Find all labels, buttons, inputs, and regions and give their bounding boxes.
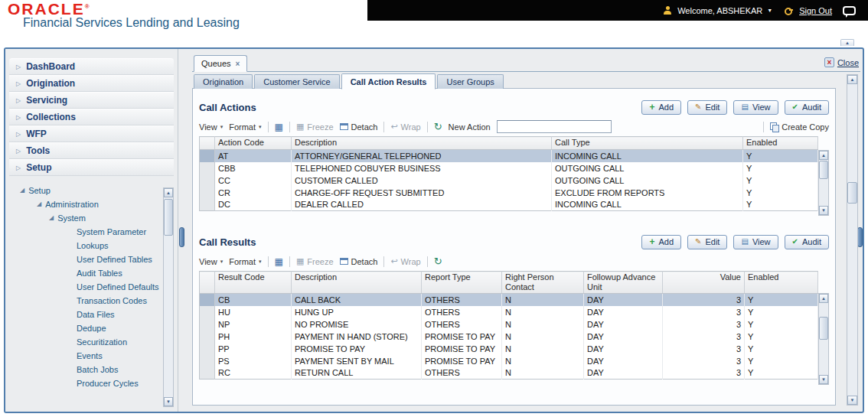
- scroll-down-button[interactable]: ▼: [819, 375, 828, 384]
- row-selector-cell[interactable]: [200, 162, 215, 174]
- freeze-button[interactable]: ▦Freeze: [296, 122, 334, 132]
- table-row-ps[interactable]: PSPAYMENT SENT BY MAILPROMISE TO PAYNDAY…: [200, 355, 818, 367]
- row-selector-cell[interactable]: [200, 150, 215, 162]
- scrollbar-thumb[interactable]: [164, 199, 173, 236]
- row-selector-cell[interactable]: [200, 331, 215, 343]
- call-results-scrollbar[interactable]: ▲ ▼: [818, 293, 829, 385]
- detach-button[interactable]: Detach: [340, 257, 378, 266]
- scrollbar-track[interactable]: [819, 160, 828, 206]
- table-row-ph[interactable]: PHPAYMENT IN HAND (STORE)PROMISE TO PAYN…: [200, 331, 818, 343]
- scroll-down-button[interactable]: ▼: [164, 397, 173, 406]
- scroll-up-button[interactable]: ▲: [164, 188, 173, 197]
- column-header-action-code[interactable]: Action Code: [215, 137, 292, 150]
- scroll-up-button[interactable]: ▲: [819, 294, 828, 303]
- scrollbar-thumb[interactable]: [819, 161, 828, 179]
- tab-call-action-results[interactable]: Call Action Results: [341, 73, 436, 90]
- table-row-cb[interactable]: CBCALL BACKOTHERSNDAY3Y: [200, 294, 818, 306]
- wrap-button[interactable]: ↩Wrap: [390, 256, 420, 266]
- welcome-caret-icon[interactable]: ▼: [767, 8, 772, 13]
- row-selector-cell[interactable]: [200, 367, 215, 380]
- tree-node-administration[interactable]: ◢Administration: [9, 197, 174, 211]
- call-actions-scrollbar[interactable]: ▲ ▼: [818, 150, 829, 216]
- sidebar-item-wfp[interactable]: ▷WFP: [9, 125, 174, 142]
- scrollbar-track[interactable]: [847, 84, 857, 396]
- close-control[interactable]: × Close: [824, 57, 859, 67]
- row-selector-cell[interactable]: [200, 318, 215, 331]
- tree-node-lookups[interactable]: Lookups: [9, 239, 174, 252]
- edit-button[interactable]: ✎Edit: [687, 235, 727, 249]
- tree-scrollbar[interactable]: ▲ ▼: [163, 187, 174, 407]
- tree-node-setup[interactable]: ◢Setup: [9, 184, 174, 197]
- scroll-down-button[interactable]: ▼: [847, 396, 857, 405]
- welcome-menu[interactable]: Welcome, ABSHEKAR: [677, 6, 762, 15]
- column-header-report-type[interactable]: Report Type: [422, 272, 502, 294]
- tree-node-system[interactable]: ◢System: [9, 211, 174, 225]
- tree-node-events[interactable]: Events: [9, 349, 174, 363]
- close-icon[interactable]: ×: [824, 57, 834, 67]
- tab-close-icon[interactable]: ×: [236, 60, 240, 68]
- detach-button[interactable]: Detach: [340, 122, 378, 132]
- table-row-cc[interactable]: CCCUSTOMER CALLEDOUTGOING CALLY: [200, 174, 818, 187]
- view-button[interactable]: ▤View: [733, 100, 778, 115]
- sidebar-item-collections[interactable]: ▷Collections: [9, 109, 174, 125]
- sidebar-item-tools[interactable]: ▷Tools: [9, 142, 174, 159]
- wrap-button[interactable]: ↩Wrap: [390, 122, 420, 132]
- tree-node-user-defined-tables[interactable]: User Defined Tables: [9, 252, 174, 266]
- row-selector-cell[interactable]: [200, 187, 215, 199]
- tree-node-producer-cycles[interactable]: Producer Cycles: [9, 376, 174, 390]
- scroll-up-button[interactable]: ▲: [819, 151, 828, 160]
- view-menu[interactable]: View▾: [199, 257, 223, 266]
- tree-node-transaction-codes[interactable]: Transaction Codes: [9, 294, 174, 308]
- tab-customer-service[interactable]: Customer Service: [254, 74, 339, 89]
- table-row-pp[interactable]: PPPROMISE TO PAYPROMISE TO PAYNDAY3Y: [200, 343, 818, 355]
- tree-node-securitization[interactable]: Securitization: [9, 335, 174, 349]
- table-row-cr[interactable]: CRCHARGE-OFF REQUEST SUBMITTEDEXCLUDE FR…: [200, 187, 818, 199]
- sidebar-item-setup[interactable]: ▷Setup: [9, 159, 174, 176]
- row-selector-cell[interactable]: [200, 306, 215, 318]
- add-button[interactable]: +Add: [641, 100, 681, 115]
- row-selector-cell[interactable]: [200, 343, 215, 355]
- tree-node-audit-tables[interactable]: Audit Tables: [9, 266, 174, 280]
- tab-origination[interactable]: Origination: [194, 74, 253, 89]
- sign-out-link[interactable]: Sign Out: [799, 6, 832, 15]
- export-icon[interactable]: ▦: [275, 256, 283, 267]
- refresh-icon[interactable]: ↻: [434, 256, 442, 267]
- new-action-input[interactable]: [497, 120, 612, 133]
- sidebar-item-dashboard[interactable]: ▷DashBoard: [9, 58, 174, 75]
- row-selector-cell[interactable]: [200, 355, 215, 367]
- row-selector-cell[interactable]: [200, 294, 215, 306]
- create-copy-button[interactable]: Create Copy: [770, 122, 829, 132]
- row-selector-cell[interactable]: [200, 174, 215, 187]
- column-header-description[interactable]: Description: [292, 272, 422, 294]
- audit-button[interactable]: ✔Audit: [785, 100, 829, 115]
- scroll-down-button[interactable]: ▼: [819, 206, 828, 215]
- table-row-at[interactable]: ATATTORNEY/GENERAL TELEPHONEDINCOMING CA…: [200, 150, 818, 162]
- scrollbar-track[interactable]: [164, 197, 173, 397]
- format-menu[interactable]: Format▾: [229, 257, 261, 266]
- scrollbar-thumb[interactable]: [847, 182, 857, 204]
- collapse-header-button[interactable]: ▲: [840, 39, 854, 46]
- table-row-dc[interactable]: DCDEALER CALLEDINCOMING CALLY: [200, 199, 818, 211]
- sidebar-item-servicing[interactable]: ▷Servicing: [9, 92, 174, 109]
- chat-icon[interactable]: [843, 6, 856, 15]
- tree-node-data-files[interactable]: Data Files: [9, 308, 174, 321]
- view-button[interactable]: ▤View: [733, 235, 778, 249]
- tab-queues[interactable]: Queues ×: [194, 55, 247, 72]
- tree-node-user-defined-defaults[interactable]: User Defined Defaults: [9, 280, 174, 294]
- audit-button[interactable]: ✔Audit: [785, 235, 829, 249]
- column-header-result-code[interactable]: Result Code: [215, 272, 292, 294]
- refresh-icon[interactable]: ↻: [434, 121, 442, 132]
- column-header-enabled[interactable]: Enabled: [743, 137, 818, 150]
- table-row-hu[interactable]: HUHUNG UPOTHERSNDAY3Y: [200, 306, 818, 318]
- column-header-call-type[interactable]: Call Type: [552, 137, 743, 150]
- export-icon[interactable]: ▦: [275, 122, 283, 132]
- column-header-followup-advance-unit[interactable]: Followup Advance Unit: [584, 272, 663, 294]
- edit-button[interactable]: ✎Edit: [687, 100, 727, 115]
- scroll-up-button[interactable]: ▲: [847, 75, 857, 84]
- view-menu[interactable]: View▾: [199, 122, 223, 132]
- sidebar-item-origination[interactable]: ▷Origination: [9, 75, 174, 92]
- freeze-button[interactable]: ▦Freeze: [296, 256, 334, 266]
- tree-node-dedupe[interactable]: Dedupe: [9, 321, 174, 335]
- close-label[interactable]: Close: [837, 58, 859, 67]
- sidebar-collapse-handle[interactable]: [179, 227, 184, 247]
